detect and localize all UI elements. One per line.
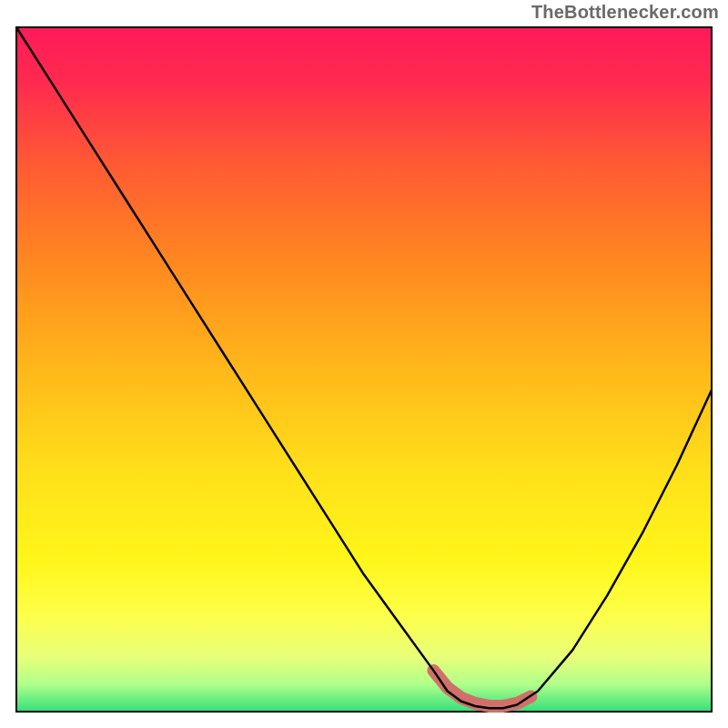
watermark-label: TheBottlenecker.com xyxy=(531,2,719,23)
chart-container: TheBottlenecker.com xyxy=(0,0,728,728)
gradient-background xyxy=(16,27,712,712)
bottleneck-chart xyxy=(0,0,728,728)
